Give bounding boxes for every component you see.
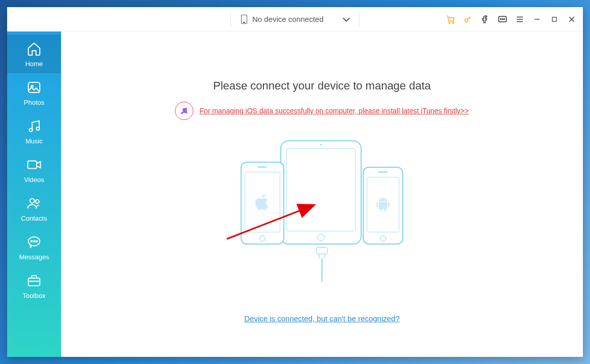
svg-point-4 bbox=[500, 18, 501, 19]
svg-point-17 bbox=[36, 127, 39, 130]
install-itunes-link[interactable]: For managing iOS data successfully on co… bbox=[199, 107, 468, 115]
sidebar-item-label: Music bbox=[25, 137, 43, 145]
sidebar-item-videos[interactable]: Videos bbox=[7, 150, 61, 189]
tablet-outline bbox=[280, 140, 362, 245]
sidebar-item-messages[interactable]: Messages bbox=[7, 228, 61, 266]
contacts-icon bbox=[26, 195, 42, 211]
sidebar: Home Photos Music Videos bbox=[7, 32, 61, 357]
sidebar-item-label: Messages bbox=[19, 253, 49, 261]
svg-point-6 bbox=[504, 18, 505, 19]
phone-icon bbox=[241, 15, 247, 24]
svg-point-20 bbox=[36, 199, 39, 203]
svg-point-23 bbox=[34, 240, 35, 242]
device-not-recognized-link[interactable]: Device is connected, but can't be recogn… bbox=[244, 314, 400, 323]
music-icon bbox=[26, 118, 42, 134]
sidebar-item-home[interactable]: Home bbox=[7, 35, 61, 73]
device-status-text: No device connected bbox=[252, 15, 323, 23]
main-content: Please connect your device to manage dat… bbox=[61, 32, 583, 357]
sidebar-item-label: Photos bbox=[24, 99, 44, 106]
svg-point-24 bbox=[36, 240, 38, 242]
apple-icon bbox=[253, 192, 272, 213]
cart-icon[interactable] bbox=[446, 14, 456, 24]
svg-point-16 bbox=[29, 128, 33, 131]
sidebar-item-toolbox[interactable]: Toolbox bbox=[7, 266, 61, 305]
feedback-icon[interactable] bbox=[497, 14, 508, 24]
photos-icon bbox=[26, 79, 42, 96]
titlebar: No device connected bbox=[7, 7, 583, 32]
svg-point-26 bbox=[181, 112, 183, 114]
svg-point-5 bbox=[502, 18, 503, 19]
android-outline bbox=[363, 167, 403, 245]
itunes-notice-row: For managing iOS data successfully on co… bbox=[175, 102, 468, 120]
minimize-button[interactable] bbox=[532, 14, 542, 24]
toolbox-icon bbox=[26, 272, 42, 289]
sidebar-item-label: Contacts bbox=[21, 215, 47, 222]
sidebar-item-photos[interactable]: Photos bbox=[7, 73, 61, 112]
videos-icon bbox=[26, 157, 42, 173]
sidebar-item-label: Home bbox=[25, 60, 43, 68]
facebook-icon[interactable] bbox=[480, 14, 490, 24]
app-window: No device connected bbox=[7, 7, 583, 357]
svg-rect-11 bbox=[552, 17, 556, 21]
svg-rect-18 bbox=[28, 161, 37, 168]
sidebar-item-contacts[interactable]: Contacts bbox=[7, 189, 61, 228]
itunes-icon bbox=[175, 102, 193, 120]
sidebar-item-music[interactable]: Music bbox=[7, 112, 61, 150]
messages-icon bbox=[26, 234, 42, 250]
android-icon bbox=[374, 195, 392, 215]
close-button[interactable] bbox=[567, 14, 577, 24]
svg-point-19 bbox=[30, 198, 35, 203]
connect-headline: Please connect your device to manage dat… bbox=[213, 79, 431, 93]
key-icon[interactable] bbox=[463, 14, 473, 24]
device-selector[interactable]: No device connected bbox=[230, 12, 360, 27]
svg-point-29 bbox=[385, 199, 386, 200]
home-icon bbox=[26, 41, 42, 57]
sidebar-item-label: Toolbox bbox=[23, 292, 46, 299]
maximize-button[interactable] bbox=[549, 14, 559, 24]
svg-line-31 bbox=[385, 197, 386, 198]
iphone-outline bbox=[241, 162, 284, 245]
svg-point-0 bbox=[449, 22, 450, 23]
chevron-down-icon bbox=[343, 14, 350, 21]
svg-point-22 bbox=[31, 240, 33, 242]
svg-point-28 bbox=[380, 199, 381, 200]
svg-rect-14 bbox=[28, 82, 40, 93]
usb-cable-icon bbox=[316, 247, 328, 282]
svg-line-30 bbox=[380, 197, 381, 198]
svg-point-1 bbox=[453, 22, 454, 23]
svg-point-2 bbox=[465, 19, 468, 22]
svg-point-27 bbox=[185, 111, 187, 113]
svg-rect-25 bbox=[28, 278, 40, 286]
menu-icon[interactable] bbox=[515, 14, 525, 24]
sidebar-item-label: Videos bbox=[24, 176, 44, 184]
devices-illustration bbox=[241, 140, 403, 257]
